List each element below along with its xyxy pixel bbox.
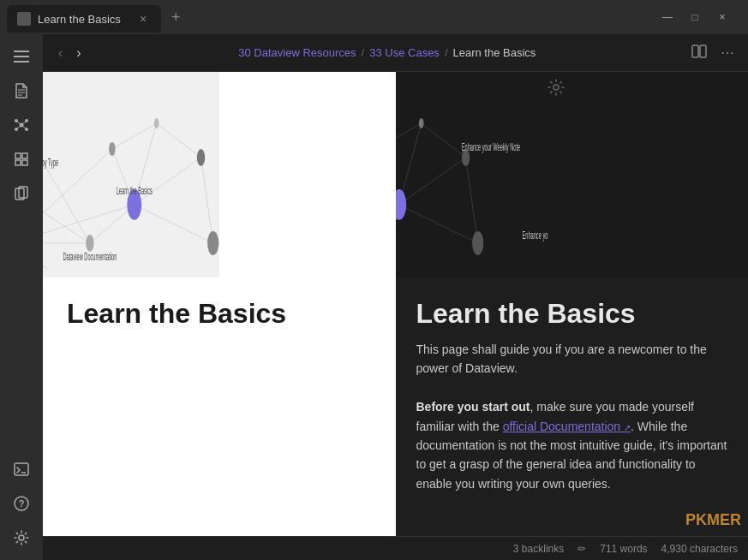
chars-status: 4,930 characters — [661, 543, 738, 555]
network-graph-icon[interactable] — [6, 110, 37, 140]
svg-text:Dataview Documentation: Dataview Documentation — [63, 252, 117, 263]
close-button[interactable]: × — [714, 9, 731, 26]
svg-point-81 — [419, 118, 424, 128]
svg-rect-26 — [692, 45, 698, 57]
terminal-icon[interactable] — [6, 454, 37, 485]
page-body: This page shall guide you if you are a n… — [416, 340, 728, 493]
minimize-button[interactable]: — — [659, 9, 676, 26]
backlinks-status[interactable]: 3 backlinks — [513, 543, 564, 555]
window-controls: — □ × — [649, 9, 741, 26]
left-panel: Queries by Type FAQ Learn the Basics Dat… — [43, 72, 396, 536]
svg-point-79 — [472, 231, 483, 255]
svg-point-57 — [554, 85, 559, 90]
words-text: 711 words — [600, 543, 647, 555]
main-layout: ? ‹ › 30 Dataview Resources / 33 Use Cas… — [0, 34, 748, 560]
svg-text:Enhance yo: Enhance yo — [522, 230, 548, 241]
tab-title: Learn the Basics — [38, 13, 129, 26]
svg-rect-17 — [15, 160, 21, 165]
page-title-right: Learn the Basics — [416, 298, 728, 330]
content-area: ‹ › 30 Dataview Resources / 33 Use Cases… — [43, 34, 748, 560]
graph-settings-button[interactable] — [548, 79, 565, 100]
breadcrumb: 30 Dataview Resources / 33 Use Cases / L… — [93, 46, 681, 59]
nav-actions: ⋯ — [688, 41, 738, 65]
nav-arrows: ‹ › — [53, 42, 87, 64]
svg-point-49 — [207, 231, 218, 255]
intro-text: This page shall guide you if you are a n… — [416, 343, 707, 375]
graph-right: Enhance your Weekly Note Enhance yo — [396, 72, 572, 277]
edit-status: ✏ — [577, 543, 586, 555]
copy-icon[interactable] — [6, 178, 37, 209]
svg-rect-18 — [22, 160, 27, 165]
breadcrumb-current: Learn the Basics — [453, 46, 536, 59]
graph-svg-right: Enhance your Weekly Note Enhance yo — [396, 72, 572, 277]
edit-icon: ✏ — [577, 543, 586, 555]
sidebar-toggle-icon[interactable] — [6, 41, 37, 72]
chars-text: 4,930 characters — [661, 543, 738, 555]
svg-rect-2 — [14, 61, 29, 63]
svg-point-47 — [86, 235, 93, 252]
svg-rect-58 — [396, 72, 572, 277]
svg-text:Queries by Type: Queries by Type — [43, 158, 58, 169]
svg-line-13 — [16, 125, 21, 129]
status-bar: 3 backlinks ✏ 711 words 4,930 characters — [43, 536, 748, 560]
maximize-button[interactable]: □ — [686, 9, 703, 26]
right-panel: Enhance your Weekly Note Enhance yo Lear… — [396, 72, 749, 536]
backlinks-text: 3 backlinks — [513, 543, 564, 555]
words-status: 711 words — [600, 543, 647, 555]
new-tab-button[interactable]: + — [165, 5, 188, 30]
grid-icon[interactable] — [6, 144, 37, 175]
page-title-left: Learn the Basics — [67, 298, 372, 330]
breadcrumb-sep-2: / — [445, 46, 448, 59]
tab-close-button[interactable]: × — [135, 11, 151, 27]
help-icon[interactable]: ? — [6, 488, 37, 519]
split-content: Queries by Type FAQ Learn the Basics Dat… — [43, 72, 748, 536]
svg-point-50 — [109, 142, 116, 156]
tab-area: Learn the Basics × + — [7, 0, 649, 34]
svg-text:?: ? — [19, 498, 25, 509]
svg-text:Enhance your Weekly Note: Enhance your Weekly Note — [462, 142, 520, 153]
svg-rect-16 — [22, 153, 27, 158]
svg-rect-1 — [14, 56, 29, 57]
tab-favicon — [17, 12, 31, 26]
svg-text:Learn the Basics: Learn the Basics — [117, 186, 153, 197]
more-options-button[interactable]: ⋯ — [717, 41, 738, 64]
svg-line-14 — [21, 125, 27, 129]
bold-text: Before you start out — [416, 400, 530, 414]
svg-rect-15 — [15, 153, 21, 158]
svg-rect-28 — [43, 72, 219, 277]
nav-bar: ‹ › 30 Dataview Resources / 33 Use Cases… — [43, 34, 748, 72]
graph-left: Queries by Type FAQ Learn the Basics Dat… — [43, 72, 219, 277]
back-button[interactable]: ‹ — [53, 42, 68, 64]
sidebar: ? — [0, 34, 43, 560]
title-bar: Learn the Basics × + — □ × — [0, 0, 748, 34]
graph-svg-left: Queries by Type FAQ Learn the Basics Dat… — [43, 72, 219, 277]
svg-point-25 — [19, 535, 24, 540]
svg-rect-27 — [700, 45, 706, 57]
file-icon[interactable] — [6, 75, 37, 106]
page-content-left: Learn the Basics — [43, 277, 396, 357]
breadcrumb-link-1[interactable]: 30 Dataview Resources — [238, 46, 356, 59]
official-docs-link[interactable]: official Documentation ↗ — [503, 420, 631, 433]
svg-point-51 — [154, 118, 159, 128]
breadcrumb-link-2[interactable]: 33 Use Cases — [369, 46, 440, 59]
svg-rect-0 — [14, 51, 29, 52]
svg-line-11 — [16, 121, 21, 125]
svg-point-48 — [197, 149, 205, 166]
active-tab[interactable]: Learn the Basics × — [7, 5, 161, 33]
svg-line-12 — [21, 121, 27, 125]
page-content-right: Learn the Basics This page shall guide y… — [396, 277, 749, 536]
breadcrumb-sep-1: / — [362, 46, 365, 59]
forward-button[interactable]: › — [71, 42, 86, 64]
settings-icon[interactable] — [6, 522, 37, 553]
svg-rect-21 — [15, 463, 28, 475]
watermark: PKMER — [685, 511, 741, 529]
reader-view-button[interactable] — [688, 41, 710, 65]
